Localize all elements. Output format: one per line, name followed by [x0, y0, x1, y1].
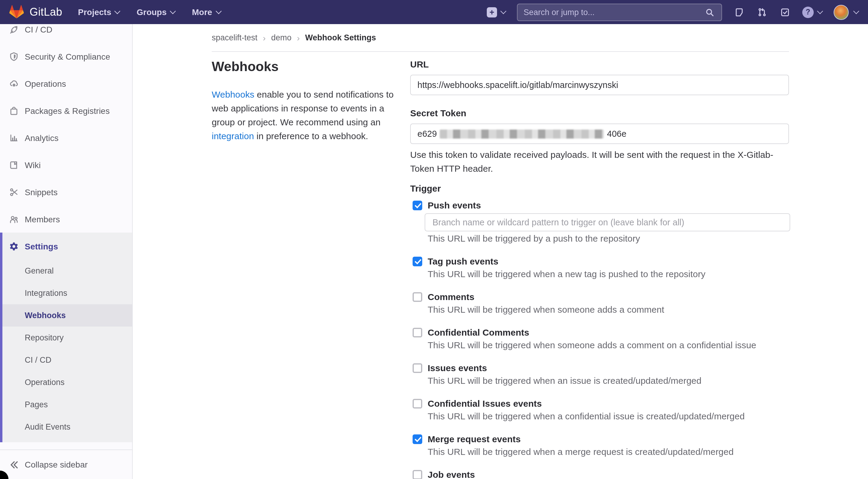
trigger-checkbox-confidential-issues-events[interactable] — [412, 399, 422, 408]
sidebar-item-security-compliance[interactable]: Security & Compliance — [0, 43, 132, 70]
trigger-description: This URL will be triggered when a confid… — [410, 410, 789, 422]
breadcrumb-project[interactable]: demo — [271, 33, 292, 42]
breadcrumb-current-page: Webhook Settings — [305, 33, 376, 42]
webhook-form: URL https://webhooks.spacelift.io/gitlab… — [410, 59, 789, 479]
sidebar-item-label: Packages & Registries — [25, 106, 110, 115]
sidebar-item-label: CI / CD — [25, 24, 53, 34]
branch-filter-input[interactable]: Branch name or wildcard pattern to trigg… — [425, 213, 790, 231]
secret-token-input[interactable]: e629406e — [410, 124, 789, 144]
chevron-down-icon — [115, 8, 121, 14]
trigger-group-job-events: Job events This URL will be triggered wh… — [410, 469, 789, 479]
nav-menu-projects[interactable]: Projects — [78, 7, 120, 17]
url-label: URL — [410, 59, 789, 70]
secret-token-redacted — [440, 129, 604, 138]
trigger-checkbox-comments[interactable] — [412, 292, 422, 302]
trigger-group-comments: Comments This URL will be triggered when… — [410, 291, 789, 315]
sidebar-item-operations[interactable]: Operations — [0, 70, 132, 97]
sidebar-item-settings[interactable]: Settings — [2, 233, 132, 260]
sidebar-item-label: Snippets — [25, 187, 58, 197]
settings-submenu-item-general[interactable]: General — [2, 260, 132, 282]
submenu-item-label: Operations — [25, 378, 65, 387]
todo-check-icon[interactable] — [779, 6, 791, 18]
trigger-label: Merge request events — [428, 433, 521, 445]
breadcrumb-group[interactable]: spacelift-test — [212, 33, 257, 42]
trigger-checkbox-confidential-comments[interactable] — [412, 328, 422, 337]
trigger-description: This URL will be triggered when a merge … — [410, 446, 789, 457]
merge-request-icon[interactable] — [756, 6, 768, 18]
url-value: https://webhooks.spacelift.io/gitlab/mar… — [417, 80, 618, 90]
rocket-icon — [9, 24, 19, 34]
avatar — [834, 4, 849, 20]
trigger-description: This URL will be triggered when an issue… — [410, 375, 789, 386]
sidebar-item-label: Settings — [25, 241, 58, 251]
issues-icon[interactable] — [734, 6, 745, 18]
description-text: in preference to a webhook. — [254, 131, 368, 141]
settings-section: Settings General Integrations Webhooks R… — [0, 233, 132, 442]
trigger-label: Comments — [428, 291, 474, 303]
gitlab-wordmark[interactable]: GitLab — [30, 6, 62, 19]
sidebar-item-members[interactable]: Members — [0, 205, 132, 233]
settings-submenu-item-repository[interactable]: Repository — [2, 327, 132, 349]
settings-submenu-item-webhooks[interactable]: Webhooks — [2, 304, 132, 327]
breadcrumb-separator: › — [297, 33, 300, 42]
trigger-group-merge-request-events: Merge request events This URL will be tr… — [410, 433, 789, 457]
collapse-sidebar-label: Collapse sidebar — [25, 460, 88, 469]
sidebar-item-label: Analytics — [25, 133, 59, 142]
collapse-sidebar-button[interactable]: Collapse sidebar — [0, 449, 132, 479]
submenu-item-label: CI / CD — [25, 355, 52, 365]
trigger-description: This URL will be triggered when someone … — [410, 304, 789, 315]
trigger-label: Push events — [428, 199, 481, 211]
submenu-item-label: Audit Events — [25, 422, 70, 432]
trigger-label: Job events — [428, 469, 475, 479]
settings-submenu-item-audit-events[interactable]: Audit Events — [2, 416, 132, 438]
breadcrumb-separator: › — [263, 33, 266, 42]
user-menu-button[interactable] — [834, 4, 858, 20]
gitlab-tanuki-logo-icon[interactable] — [9, 5, 24, 19]
sidebar-item-label: Security & Compliance — [25, 52, 110, 61]
chevron-down-icon — [500, 8, 506, 14]
gear-icon — [9, 241, 19, 251]
trigger-group-issues-events: Issues events This URL will be triggered… — [410, 362, 789, 386]
trigger-checkbox-job-events[interactable] — [412, 470, 422, 479]
trigger-checkbox-merge-request-events[interactable] — [412, 434, 422, 444]
description-link-integration[interactable]: integration — [212, 131, 254, 141]
sidebar-main-items: CI / CD Security & Compliance Operations… — [0, 24, 132, 233]
sidebar-item-ci-cd[interactable]: CI / CD — [0, 24, 132, 43]
settings-submenu: General Integrations Webhooks Repository… — [2, 260, 132, 438]
trigger-group-tag-push-events: Tag push events This URL will be trigger… — [410, 255, 789, 280]
settings-submenu-item-pages[interactable]: Pages — [2, 394, 132, 416]
sidebar-item-packages-registries[interactable]: Packages & Registries — [0, 97, 132, 124]
trigger-checkbox-issues-events[interactable] — [412, 363, 422, 373]
description-link-webhooks[interactable]: Webhooks — [212, 89, 254, 99]
nav-menu-groups[interactable]: Groups — [136, 7, 175, 17]
chevron-down-icon — [817, 8, 823, 14]
trigger-label: Issues events — [428, 362, 487, 374]
sidebar-item-snippets[interactable]: Snippets — [0, 178, 132, 205]
trigger-checkbox-push-events[interactable] — [412, 200, 422, 210]
trigger-group-push-events: Push events Branch name or wildcard patt… — [410, 199, 789, 244]
trigger-label: Confidential Comments — [428, 327, 529, 338]
submenu-item-label: Pages — [25, 400, 48, 409]
settings-submenu-item-integrations[interactable]: Integrations — [2, 282, 132, 304]
trigger-description: This URL will be triggered by a push to … — [410, 233, 789, 244]
new-menu-button[interactable]: + — [487, 7, 505, 17]
chevron-down-icon — [216, 8, 222, 14]
search-input[interactable]: Search or jump to... — [517, 3, 722, 21]
settings-submenu-item-ci-cd[interactable]: CI / CD — [2, 349, 132, 371]
sidebar-item-label: Members — [25, 214, 60, 224]
nav-menu-more[interactable]: More — [192, 7, 221, 17]
settings-submenu-item-operations[interactable]: Operations — [2, 371, 132, 394]
scissors-icon — [9, 187, 19, 197]
sidebar-item-wiki[interactable]: Wiki — [0, 151, 132, 178]
trigger-label: Confidential Issues events — [428, 398, 542, 409]
trigger-checkbox-tag-push-events[interactable] — [412, 256, 422, 266]
main-content: spacelift-test › demo › Webhook Settings… — [133, 24, 868, 479]
url-input[interactable]: https://webhooks.spacelift.io/gitlab/mar… — [410, 75, 789, 95]
trigger-group-confidential-issues-events: Confidential Issues events This URL will… — [410, 398, 789, 422]
secret-token-help: Use this token to validate received payl… — [410, 148, 785, 175]
project-sidebar: CI / CD Security & Compliance Operations… — [0, 24, 133, 479]
branch-filter-placeholder: Branch name or wildcard pattern to trigg… — [433, 217, 684, 227]
sidebar-item-analytics[interactable]: Analytics — [0, 124, 132, 151]
trigger-label: Tag push events — [428, 255, 499, 267]
help-menu-button[interactable]: ? — [802, 6, 822, 18]
